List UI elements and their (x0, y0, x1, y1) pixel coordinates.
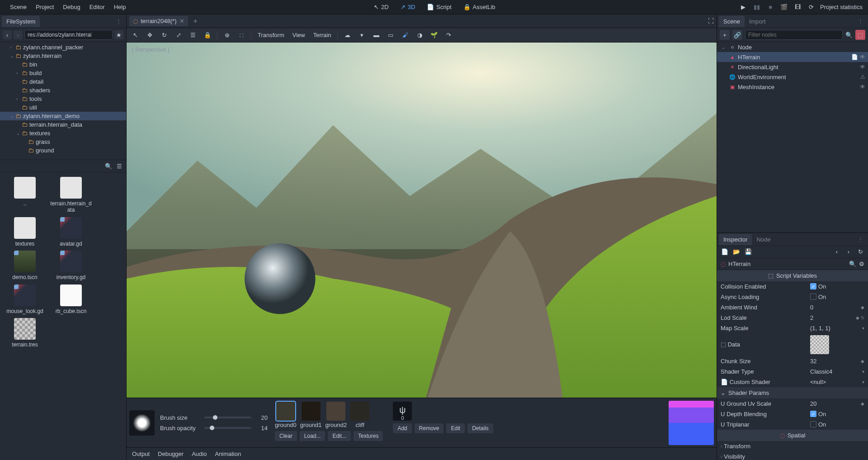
play-icon[interactable]: ▶ (739, 3, 748, 12)
close-tab-icon[interactable]: ✕ (179, 18, 184, 24)
tree-folder[interactable]: ⌄ 🗀 zylann.hterrain_demo (0, 112, 126, 120)
file-item[interactable]: inventory.gd (50, 251, 92, 280)
inspector-dock-options-icon[interactable]: ⋮ (855, 236, 866, 242)
custom-shader-value[interactable]: <null> (810, 379, 860, 385)
terrain-raise-icon[interactable]: ☁ (342, 30, 352, 40)
scene-node[interactable]: ☀ DirectionalLight 👁 (717, 62, 868, 72)
filesystem-path-input[interactable] (24, 30, 113, 40)
snap-icon[interactable]: ⸬ (236, 30, 246, 40)
scene-tab[interactable]: ◌ terrain2048(*) ✕ (129, 16, 188, 26)
rotate-tool-icon[interactable]: ↻ (159, 30, 169, 40)
add-node-icon[interactable]: + (720, 30, 730, 40)
section-shader-params[interactable]: ⌄ Shader Params (717, 387, 868, 398)
foldout-transform[interactable]: ›Transform (717, 441, 868, 451)
obj-search-icon[interactable]: 🔍 (849, 261, 856, 267)
texture-ground0[interactable] (276, 402, 295, 421)
scene-node[interactable]: 🌐 WorldEnvironment ⚠ (717, 72, 868, 82)
project-statistics[interactable]: Project statistics (820, 4, 863, 10)
instance-node-icon[interactable]: 🔗 (732, 30, 742, 40)
distraction-free-icon[interactable]: ⛶ (708, 18, 714, 24)
pause-icon[interactable]: ▮▮ (752, 3, 761, 12)
eye-icon[interactable]: 👁 (860, 84, 865, 90)
texture-cliff[interactable] (350, 402, 369, 421)
terrain-color-icon[interactable]: ◑ (415, 30, 425, 40)
file-grid[interactable]: ..terrain.hterrain_datatexturesavatar.gd… (0, 172, 126, 460)
favorite-icon[interactable]: ★ (114, 30, 123, 39)
node-tab-btn[interactable]: Node (752, 234, 775, 245)
history-fwd-icon[interactable]: › (844, 248, 853, 256)
list-tool-icon[interactable]: ☰ (188, 30, 198, 40)
details-add-button[interactable]: Add (393, 423, 411, 433)
terrain-menu[interactable]: Terrain (311, 31, 333, 39)
tree-folder[interactable]: 🗀 shaders (0, 86, 126, 95)
tree-folder[interactable]: 🗀 detail (0, 77, 126, 86)
scene-tree[interactable]: ⌄ ○ Node ▲ HTerrain 📄👁 ☀ DirectionalLigh… (717, 42, 868, 232)
nav-forward-icon[interactable]: › (14, 30, 23, 39)
obj-tools-icon[interactable]: ⚙ (859, 261, 864, 267)
scene-tab-btn[interactable]: Scene (719, 16, 745, 27)
menu-scene[interactable]: Scene (5, 2, 31, 12)
u-triplanar-checkbox[interactable] (810, 421, 816, 427)
tree-folder[interactable]: 🗀 util (0, 103, 126, 112)
terrain-detail-icon[interactable]: 🌱 (429, 30, 439, 40)
stop-icon[interactable]: ■ (766, 3, 775, 12)
tree-folder[interactable]: 🗀 terrain.hterrain_data (0, 120, 126, 129)
tree-folder[interactable]: › 🗀 tools (0, 95, 126, 103)
move-tool-icon[interactable]: ✥ (145, 30, 155, 40)
mode-3d[interactable]: ↗ 3D (398, 2, 418, 12)
shader-type-dropdown[interactable]: Classic4 (810, 368, 860, 375)
terrain-paint-icon[interactable]: 🖌 (400, 30, 410, 40)
inspector-tab-btn[interactable]: Inspector (719, 234, 752, 245)
tree-folder[interactable]: 🗀 bin (0, 60, 126, 69)
import-tab-btn[interactable]: Import (745, 16, 770, 27)
tree-folder[interactable]: 🗀 grass (0, 138, 126, 146)
file-item[interactable]: .. (4, 177, 46, 213)
async-loading-checkbox[interactable] (810, 294, 816, 300)
details-edit-button[interactable]: Edit (446, 423, 465, 433)
local-space-icon[interactable]: ⊕ (222, 30, 232, 40)
filesystem-tab[interactable]: FileSystem (2, 16, 40, 27)
textures-load-button[interactable]: Load... (300, 431, 326, 441)
section-spatial[interactable]: ◌ Spatial (717, 430, 868, 441)
menu-help[interactable]: Help (109, 2, 131, 12)
view-menu[interactable]: View (291, 31, 307, 39)
warn-icon[interactable]: ⚠ (860, 74, 865, 80)
search-nodes-icon[interactable]: 🔍 (845, 32, 853, 38)
tree-folder[interactable]: 🗀 ground (0, 146, 126, 155)
file-item[interactable]: textures (4, 217, 46, 247)
file-item[interactable]: terrain.tres (4, 318, 46, 348)
map-scale-value[interactable]: (1, 1, 1) (810, 325, 860, 332)
scene-extra-icon[interactable]: ⬚ (855, 30, 865, 40)
scene-node[interactable]: ⌄ ○ Node (717, 42, 868, 52)
file-item[interactable]: demo.tscn (4, 251, 46, 280)
tree-folder[interactable]: › 🗀 zylann.channel_packer (0, 43, 126, 52)
save-resource-icon[interactable]: 💾 (744, 248, 752, 256)
bottom-tab-output[interactable]: Output (132, 451, 150, 457)
details-menu-button[interactable]: Details (467, 423, 493, 433)
play-scene-icon[interactable]: 🎬 (779, 3, 788, 12)
section-script-variables[interactable]: ⬚ Script Variables (717, 270, 868, 281)
script-icon[interactable]: 📄 (851, 54, 858, 60)
file-item[interactable]: rb_cube.tscn (50, 285, 92, 314)
menu-project[interactable]: Project (31, 2, 58, 12)
texture-ground2[interactable] (326, 402, 345, 421)
chunk-size-value[interactable]: 32 (810, 358, 859, 365)
texture-ground1[interactable] (302, 402, 321, 421)
file-item[interactable]: avatar.gd (50, 217, 92, 247)
scene-node[interactable]: ▣ MeshInstance 👁 (717, 82, 868, 92)
filesystem-tree[interactable]: › 🗀 zylann.channel_packer ⌄ 🗀 zylann.hte… (0, 42, 126, 160)
add-tab-icon[interactable]: + (191, 16, 200, 26)
new-resource-icon[interactable]: 📄 (721, 248, 729, 256)
terrain-flatten-icon[interactable]: ▭ (386, 30, 396, 40)
scene-node[interactable]: ▲ HTerrain 📄👁 (717, 52, 868, 62)
lock-tool-icon[interactable]: 🔒 (203, 30, 212, 40)
bottom-tab-animation[interactable]: Animation (215, 451, 241, 457)
collision-enabled-checkbox[interactable]: ✓ (810, 283, 816, 289)
transform-menu[interactable]: Transform (256, 31, 286, 39)
scene-dock-options-icon[interactable]: ⋮ (855, 18, 866, 24)
history-back-icon[interactable]: ‹ (833, 248, 841, 256)
mode-script[interactable]: 📄 Script (424, 2, 454, 12)
menu-editor[interactable]: Editor (85, 2, 109, 12)
nav-back-icon[interactable]: ‹ (3, 30, 12, 39)
load-resource-icon[interactable]: 📂 (732, 248, 741, 256)
